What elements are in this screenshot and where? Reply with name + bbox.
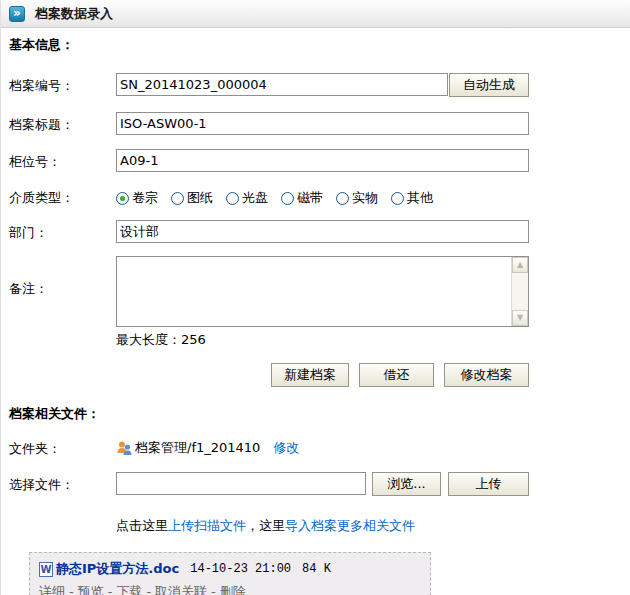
radio-icon[interactable]: [116, 192, 129, 205]
archive-title-input[interactable]: [116, 112, 529, 135]
row-remarks: 备注： ▲ ▼: [9, 256, 630, 327]
upload-button[interactable]: 上传: [448, 472, 529, 496]
row-archive-no: 档案编号： 自动生成: [9, 73, 630, 97]
cabinet-no-label: 柜位号：: [9, 149, 116, 171]
unlink-link[interactable]: 取消关联: [155, 584, 207, 595]
radio-option-guangpan[interactable]: 光盘: [226, 189, 268, 207]
folder-users-icon: [116, 440, 133, 456]
section-related-files: 档案相关文件：: [9, 405, 630, 423]
archive-no-input[interactable]: [116, 73, 448, 96]
cabinet-no-input[interactable]: [116, 149, 529, 172]
action-separator: -: [211, 584, 216, 595]
folder-edit-link[interactable]: 修改: [273, 439, 299, 457]
row-media-type: 介质类型： 卷宗 图纸 光盘 磁带: [9, 186, 630, 207]
radio-option-shiwu[interactable]: 实物: [336, 189, 378, 207]
row-department: 部门：: [9, 220, 630, 243]
radio-label: 光盘: [242, 189, 268, 207]
radio-label: 卷宗: [132, 189, 158, 207]
new-archive-button[interactable]: 新建档案: [271, 363, 349, 387]
import-more-files-link[interactable]: 导入档案更多相关文件: [285, 518, 415, 533]
row-cabinet-no: 柜位号：: [9, 149, 630, 172]
radio-option-tuzhi[interactable]: 图纸: [171, 189, 213, 207]
radio-icon[interactable]: [281, 192, 294, 205]
radio-icon[interactable]: [226, 192, 239, 205]
auto-generate-button[interactable]: 自动生成: [449, 73, 529, 97]
arrow-badge-icon: »: [9, 6, 25, 22]
file-datetime: 14-10-23 21:00: [190, 562, 291, 576]
max-length-note: 最大长度：256: [116, 331, 630, 349]
attached-file-card: W 静态IP设置方法.doc 14-10-23 21:00 84 K 详细-预览…: [29, 552, 431, 595]
scroll-up-icon[interactable]: ▲: [512, 257, 528, 273]
detail-link[interactable]: 详细: [39, 584, 65, 595]
select-file-label: 选择文件：: [9, 472, 116, 494]
radio-label: 磁带: [297, 189, 323, 207]
radio-icon[interactable]: [391, 192, 404, 205]
page-title: 档案数据录入: [35, 5, 113, 23]
archive-title-label: 档案标题：: [9, 112, 116, 134]
upload-hint: 点击这里上传扫描文件，这里导入档案更多相关文件: [116, 517, 630, 535]
delete-link[interactable]: 删除: [220, 584, 246, 595]
upload-scan-link[interactable]: 上传扫描文件: [168, 518, 246, 533]
row-archive-title: 档案标题：: [9, 112, 630, 135]
title-bar: » 档案数据录入: [1, 0, 630, 28]
hint-text: 点击这里: [116, 518, 168, 533]
row-folder: 文件夹： 档案管理/f1_201410 修改: [9, 436, 630, 458]
radio-label: 图纸: [187, 189, 213, 207]
action-separator: -: [69, 584, 74, 595]
radio-option-qita[interactable]: 其他: [391, 189, 433, 207]
archive-no-label: 档案编号：: [9, 73, 116, 95]
scrollbar[interactable]: ▲ ▼: [511, 257, 528, 326]
preview-link[interactable]: 预览: [78, 584, 104, 595]
file-name-link[interactable]: 静态IP设置方法.doc: [56, 560, 179, 578]
radio-label: 其他: [407, 189, 433, 207]
radio-icon[interactable]: [171, 192, 184, 205]
hint-text: ，这里: [246, 518, 285, 533]
row-select-file: 选择文件： 浏览... 上传: [9, 472, 630, 496]
archive-entry-page: » 档案数据录入 基本信息： 档案编号： 自动生成 档案标题： 柜位号： 介质类…: [0, 0, 630, 595]
radio-option-cidai[interactable]: 磁带: [281, 189, 323, 207]
borrow-return-button[interactable]: 借还: [359, 363, 434, 387]
word-doc-icon: W: [39, 562, 53, 577]
action-separator: -: [108, 584, 113, 595]
remarks-textarea[interactable]: [117, 257, 511, 326]
modify-archive-button[interactable]: 修改档案: [444, 363, 529, 387]
department-input[interactable]: [116, 220, 529, 243]
action-separator: -: [146, 584, 151, 595]
form-actions: 新建档案 借还 修改档案: [9, 363, 529, 387]
section-basic-info: 基本信息：: [9, 36, 630, 54]
department-label: 部门：: [9, 220, 116, 242]
file-size: 84 K: [302, 562, 331, 576]
radio-label: 实物: [352, 189, 378, 207]
browse-button[interactable]: 浏览...: [372, 472, 441, 496]
media-type-label: 介质类型：: [9, 186, 116, 207]
remarks-label: 备注：: [9, 256, 116, 298]
remarks-textarea-frame: ▲ ▼: [116, 256, 529, 327]
radio-icon[interactable]: [336, 192, 349, 205]
download-link[interactable]: 下载: [116, 584, 142, 595]
scroll-down-icon[interactable]: ▼: [512, 310, 528, 326]
folder-label: 文件夹：: [9, 436, 116, 458]
file-path-input[interactable]: [116, 472, 366, 495]
media-type-radio-group: 卷宗 图纸 光盘 磁带 实物: [116, 186, 446, 207]
folder-path: 档案管理/f1_201410: [135, 439, 260, 457]
file-actions: 详细-预览-下载-取消关联-删除: [39, 583, 430, 595]
radio-option-juanzong[interactable]: 卷宗: [116, 189, 158, 207]
